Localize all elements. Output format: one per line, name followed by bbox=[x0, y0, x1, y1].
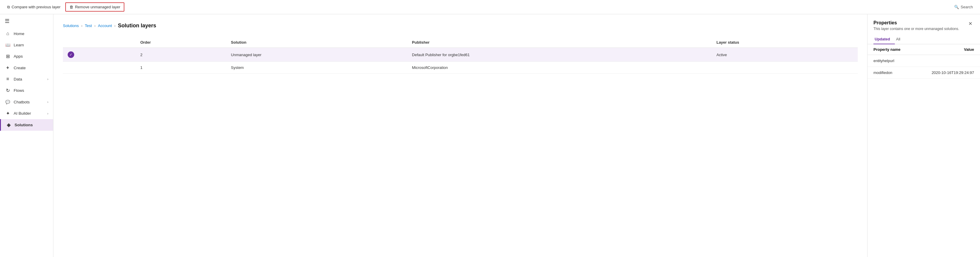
row-publisher: MicrosoftCorporation bbox=[407, 62, 712, 74]
tab-all[interactable]: All bbox=[895, 35, 905, 44]
sidebar-item-learn[interactable]: Learn bbox=[0, 39, 53, 51]
breadcrumb-solutions[interactable]: Solutions bbox=[63, 24, 79, 28]
property-name-entityhelpurl: entityhelpurl bbox=[867, 55, 915, 67]
col-order-label: Order bbox=[136, 37, 226, 48]
sidebar-item-chatbots[interactable]: Chatbots › bbox=[0, 96, 53, 107]
page-title: Solution layers bbox=[118, 22, 156, 29]
create-icon bbox=[5, 65, 11, 70]
col-solution: Solution bbox=[226, 37, 407, 48]
compare-icon bbox=[7, 5, 10, 10]
breadcrumb-test[interactable]: Test bbox=[85, 24, 92, 28]
flows-icon bbox=[5, 88, 11, 93]
property-row: entityhelpurl bbox=[867, 55, 980, 67]
top-bar: Compare with previous layer Remove unman… bbox=[0, 0, 980, 14]
apps-icon bbox=[5, 53, 11, 59]
sidebar-label-create: Create bbox=[14, 65, 26, 70]
col-order bbox=[63, 37, 136, 48]
row-check bbox=[63, 48, 136, 62]
row-order: 1 bbox=[136, 62, 226, 74]
panel-close-button[interactable] bbox=[967, 20, 974, 27]
sidebar-item-aibuilder[interactable]: AI Builder › bbox=[0, 107, 53, 119]
breadcrumb-sep-2: › bbox=[94, 24, 95, 28]
chatbots-icon bbox=[5, 99, 11, 105]
breadcrumb-sep-1: › bbox=[81, 24, 82, 28]
table-row[interactable]: 2 Unmanaged layer Default Publisher for … bbox=[63, 48, 858, 62]
content-area: Solutions › Test › Account › Solution la… bbox=[53, 14, 867, 257]
sidebar-label-flows: Flows bbox=[14, 88, 24, 93]
search-label: Search bbox=[961, 5, 973, 9]
panel-header-text: Properties This layer contains one or mo… bbox=[873, 20, 959, 31]
solution-layers-table: Order Solution Publisher Layer status 2 bbox=[63, 37, 858, 74]
col-property-name: Property name bbox=[867, 44, 915, 55]
row-check-empty bbox=[63, 62, 136, 74]
panel-subtitle: This layer contains one or more unmanage… bbox=[873, 27, 959, 31]
sidebar-item-flows[interactable]: Flows bbox=[0, 85, 53, 96]
tab-updated[interactable]: Updated bbox=[873, 35, 895, 44]
col-value: Value bbox=[915, 44, 980, 55]
row-order: 2 bbox=[136, 48, 226, 62]
sidebar-label-chatbots: Chatbots bbox=[14, 100, 30, 104]
row-layer-status: Active bbox=[712, 48, 858, 62]
compare-button[interactable]: Compare with previous layer bbox=[3, 3, 64, 11]
sidebar-label-home: Home bbox=[14, 32, 24, 36]
toolbar-actions: Compare with previous layer Remove unman… bbox=[3, 2, 948, 11]
property-value-modifiedon: 2020-10-16T19:29:24:97 bbox=[915, 67, 980, 79]
search-icon bbox=[954, 5, 959, 9]
col-publisher: Publisher bbox=[407, 37, 712, 48]
data-icon bbox=[5, 77, 11, 82]
close-icon bbox=[969, 21, 972, 26]
properties-panel: Properties This layer contains one or mo… bbox=[867, 14, 980, 257]
property-value-entityhelpurl bbox=[915, 55, 980, 67]
table-row[interactable]: 1 System MicrosoftCorporation bbox=[63, 62, 858, 74]
breadcrumb-sep-3: › bbox=[114, 24, 115, 28]
remove-unmanaged-button[interactable]: Remove unmanaged layer bbox=[65, 2, 124, 11]
row-solution: Unmanaged layer bbox=[226, 48, 407, 62]
sidebar-label-aibuilder: AI Builder bbox=[14, 111, 31, 116]
solutions-icon bbox=[6, 122, 11, 128]
sidebar-toggle[interactable] bbox=[0, 14, 53, 28]
sidebar-item-home[interactable]: Home bbox=[0, 28, 53, 39]
home-icon bbox=[5, 31, 11, 36]
property-row: modifiedon 2020-10-16T19:29:24:97 bbox=[867, 67, 980, 79]
main-layout: Home Learn Apps Create Data › Flows Chat… bbox=[0, 14, 980, 257]
sidebar-item-create[interactable]: Create bbox=[0, 62, 53, 73]
col-layer-status: Layer status bbox=[712, 37, 858, 48]
check-circle bbox=[68, 51, 74, 58]
row-layer-status bbox=[712, 62, 858, 74]
chevron-down-icon: › bbox=[47, 77, 48, 81]
panel-tabs: Updated All bbox=[867, 35, 980, 44]
chevron-down-icon-chatbots: › bbox=[47, 100, 48, 104]
sidebar-label-learn: Learn bbox=[14, 43, 24, 47]
breadcrumb-account[interactable]: Account bbox=[98, 24, 112, 28]
hamburger-icon bbox=[5, 18, 10, 24]
compare-button-label: Compare with previous layer bbox=[11, 5, 60, 9]
sidebar-item-data[interactable]: Data › bbox=[0, 73, 53, 85]
row-solution: System bbox=[226, 62, 407, 74]
property-name-modifiedon: modifiedon bbox=[867, 67, 915, 79]
sidebar-label-solutions: Solutions bbox=[14, 123, 33, 127]
properties-table: Property name Value entityhelpurl modifi… bbox=[867, 44, 980, 79]
sidebar-label-apps: Apps bbox=[14, 54, 23, 59]
page-content: Solutions › Test › Account › Solution la… bbox=[53, 14, 867, 257]
sidebar-item-solutions[interactable]: Solutions bbox=[0, 119, 53, 131]
aibuilder-icon bbox=[5, 110, 11, 116]
row-publisher: Default Publisher for orgbe1fed61 bbox=[407, 48, 712, 62]
panel-header: Properties This layer contains one or mo… bbox=[867, 14, 980, 35]
sidebar-label-data: Data bbox=[14, 77, 22, 81]
sidebar: Home Learn Apps Create Data › Flows Chat… bbox=[0, 14, 53, 257]
check-icon bbox=[70, 53, 72, 57]
trash-icon bbox=[70, 5, 73, 9]
breadcrumb: Solutions › Test › Account › Solution la… bbox=[63, 22, 858, 29]
search-area[interactable]: Search bbox=[951, 3, 977, 11]
sidebar-item-apps[interactable]: Apps bbox=[0, 51, 53, 62]
remove-button-label: Remove unmanaged layer bbox=[75, 5, 120, 9]
learn-icon bbox=[5, 42, 11, 48]
chevron-down-icon-aibuilder: › bbox=[47, 112, 48, 115]
panel-title: Properties bbox=[873, 20, 959, 26]
